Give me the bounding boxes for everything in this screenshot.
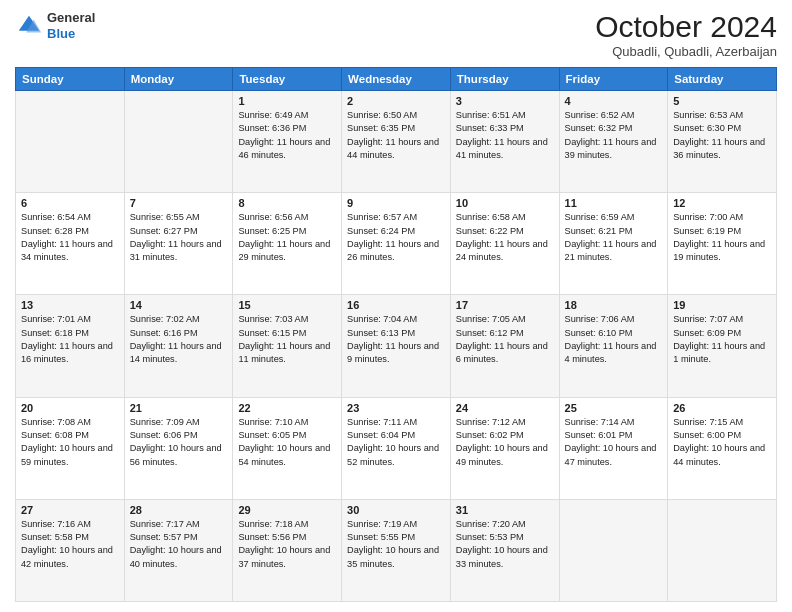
- day-number-5: 5: [673, 95, 771, 107]
- day-info-24: Sunrise: 7:12 AM Sunset: 6:02 PM Dayligh…: [456, 416, 554, 469]
- day-info-8: Sunrise: 6:56 AM Sunset: 6:25 PM Dayligh…: [238, 211, 336, 264]
- day-number-29: 29: [238, 504, 336, 516]
- day-number-12: 12: [673, 197, 771, 209]
- day-info-18: Sunrise: 7:06 AM Sunset: 6:10 PM Dayligh…: [565, 313, 663, 366]
- calendar-cell-0-6: 5Sunrise: 6:53 AM Sunset: 6:30 PM Daylig…: [668, 91, 777, 193]
- day-number-14: 14: [130, 299, 228, 311]
- header: General Blue October 2024 Qubadli, Qubad…: [15, 10, 777, 59]
- day-info-3: Sunrise: 6:51 AM Sunset: 6:33 PM Dayligh…: [456, 109, 554, 162]
- day-number-11: 11: [565, 197, 663, 209]
- day-number-7: 7: [130, 197, 228, 209]
- day-number-6: 6: [21, 197, 119, 209]
- month-title: October 2024: [595, 10, 777, 44]
- title-block: October 2024 Qubadli, Qubadli, Azerbaija…: [595, 10, 777, 59]
- calendar-cell-3-0: 20Sunrise: 7:08 AM Sunset: 6:08 PM Dayli…: [16, 397, 125, 499]
- calendar-cell-2-1: 14Sunrise: 7:02 AM Sunset: 6:16 PM Dayli…: [124, 295, 233, 397]
- day-number-8: 8: [238, 197, 336, 209]
- day-info-1: Sunrise: 6:49 AM Sunset: 6:36 PM Dayligh…: [238, 109, 336, 162]
- calendar-cell-0-4: 3Sunrise: 6:51 AM Sunset: 6:33 PM Daylig…: [450, 91, 559, 193]
- day-info-28: Sunrise: 7:17 AM Sunset: 5:57 PM Dayligh…: [130, 518, 228, 571]
- calendar-cell-2-6: 19Sunrise: 7:07 AM Sunset: 6:09 PM Dayli…: [668, 295, 777, 397]
- day-info-27: Sunrise: 7:16 AM Sunset: 5:58 PM Dayligh…: [21, 518, 119, 571]
- calendar-header-row: Sunday Monday Tuesday Wednesday Thursday…: [16, 68, 777, 91]
- day-info-16: Sunrise: 7:04 AM Sunset: 6:13 PM Dayligh…: [347, 313, 445, 366]
- day-number-28: 28: [130, 504, 228, 516]
- calendar-cell-2-2: 15Sunrise: 7:03 AM Sunset: 6:15 PM Dayli…: [233, 295, 342, 397]
- calendar-cell-4-5: [559, 499, 668, 601]
- day-info-4: Sunrise: 6:52 AM Sunset: 6:32 PM Dayligh…: [565, 109, 663, 162]
- location-title: Qubadli, Qubadli, Azerbaijan: [595, 44, 777, 59]
- day-number-21: 21: [130, 402, 228, 414]
- calendar-week-3: 13Sunrise: 7:01 AM Sunset: 6:18 PM Dayli…: [16, 295, 777, 397]
- day-info-25: Sunrise: 7:14 AM Sunset: 6:01 PM Dayligh…: [565, 416, 663, 469]
- calendar-week-2: 6Sunrise: 6:54 AM Sunset: 6:28 PM Daylig…: [16, 193, 777, 295]
- day-number-3: 3: [456, 95, 554, 107]
- day-number-10: 10: [456, 197, 554, 209]
- page: General Blue October 2024 Qubadli, Qubad…: [0, 0, 792, 612]
- calendar-cell-1-5: 11Sunrise: 6:59 AM Sunset: 6:21 PM Dayli…: [559, 193, 668, 295]
- calendar-week-1: 1Sunrise: 6:49 AM Sunset: 6:36 PM Daylig…: [16, 91, 777, 193]
- calendar-cell-4-2: 29Sunrise: 7:18 AM Sunset: 5:56 PM Dayli…: [233, 499, 342, 601]
- day-info-2: Sunrise: 6:50 AM Sunset: 6:35 PM Dayligh…: [347, 109, 445, 162]
- col-sunday: Sunday: [16, 68, 125, 91]
- logo-general: General: [47, 10, 95, 25]
- calendar-cell-2-5: 18Sunrise: 7:06 AM Sunset: 6:10 PM Dayli…: [559, 295, 668, 397]
- calendar-cell-2-3: 16Sunrise: 7:04 AM Sunset: 6:13 PM Dayli…: [342, 295, 451, 397]
- day-info-7: Sunrise: 6:55 AM Sunset: 6:27 PM Dayligh…: [130, 211, 228, 264]
- calendar-cell-2-4: 17Sunrise: 7:05 AM Sunset: 6:12 PM Dayli…: [450, 295, 559, 397]
- calendar-cell-3-5: 25Sunrise: 7:14 AM Sunset: 6:01 PM Dayli…: [559, 397, 668, 499]
- day-info-9: Sunrise: 6:57 AM Sunset: 6:24 PM Dayligh…: [347, 211, 445, 264]
- calendar-cell-4-1: 28Sunrise: 7:17 AM Sunset: 5:57 PM Dayli…: [124, 499, 233, 601]
- calendar-cell-3-6: 26Sunrise: 7:15 AM Sunset: 6:00 PM Dayli…: [668, 397, 777, 499]
- day-number-13: 13: [21, 299, 119, 311]
- col-tuesday: Tuesday: [233, 68, 342, 91]
- day-number-1: 1: [238, 95, 336, 107]
- calendar-cell-1-0: 6Sunrise: 6:54 AM Sunset: 6:28 PM Daylig…: [16, 193, 125, 295]
- logo: General Blue: [15, 10, 95, 41]
- day-number-4: 4: [565, 95, 663, 107]
- calendar-cell-0-1: [124, 91, 233, 193]
- col-thursday: Thursday: [450, 68, 559, 91]
- day-info-19: Sunrise: 7:07 AM Sunset: 6:09 PM Dayligh…: [673, 313, 771, 366]
- day-info-21: Sunrise: 7:09 AM Sunset: 6:06 PM Dayligh…: [130, 416, 228, 469]
- day-number-23: 23: [347, 402, 445, 414]
- calendar-cell-4-0: 27Sunrise: 7:16 AM Sunset: 5:58 PM Dayli…: [16, 499, 125, 601]
- day-info-11: Sunrise: 6:59 AM Sunset: 6:21 PM Dayligh…: [565, 211, 663, 264]
- day-info-29: Sunrise: 7:18 AM Sunset: 5:56 PM Dayligh…: [238, 518, 336, 571]
- calendar-cell-3-2: 22Sunrise: 7:10 AM Sunset: 6:05 PM Dayli…: [233, 397, 342, 499]
- day-number-20: 20: [21, 402, 119, 414]
- day-info-12: Sunrise: 7:00 AM Sunset: 6:19 PM Dayligh…: [673, 211, 771, 264]
- calendar-cell-0-2: 1Sunrise: 6:49 AM Sunset: 6:36 PM Daylig…: [233, 91, 342, 193]
- calendar-table: Sunday Monday Tuesday Wednesday Thursday…: [15, 67, 777, 602]
- calendar-cell-4-6: [668, 499, 777, 601]
- day-number-18: 18: [565, 299, 663, 311]
- col-friday: Friday: [559, 68, 668, 91]
- day-number-19: 19: [673, 299, 771, 311]
- col-wednesday: Wednesday: [342, 68, 451, 91]
- day-info-10: Sunrise: 6:58 AM Sunset: 6:22 PM Dayligh…: [456, 211, 554, 264]
- day-info-20: Sunrise: 7:08 AM Sunset: 6:08 PM Dayligh…: [21, 416, 119, 469]
- calendar-cell-4-4: 31Sunrise: 7:20 AM Sunset: 5:53 PM Dayli…: [450, 499, 559, 601]
- day-info-5: Sunrise: 6:53 AM Sunset: 6:30 PM Dayligh…: [673, 109, 771, 162]
- calendar-week-4: 20Sunrise: 7:08 AM Sunset: 6:08 PM Dayli…: [16, 397, 777, 499]
- day-number-15: 15: [238, 299, 336, 311]
- calendar-cell-0-0: [16, 91, 125, 193]
- logo-text: General Blue: [47, 10, 95, 41]
- day-number-31: 31: [456, 504, 554, 516]
- day-info-17: Sunrise: 7:05 AM Sunset: 6:12 PM Dayligh…: [456, 313, 554, 366]
- day-number-16: 16: [347, 299, 445, 311]
- day-info-15: Sunrise: 7:03 AM Sunset: 6:15 PM Dayligh…: [238, 313, 336, 366]
- day-number-27: 27: [21, 504, 119, 516]
- day-number-26: 26: [673, 402, 771, 414]
- day-info-13: Sunrise: 7:01 AM Sunset: 6:18 PM Dayligh…: [21, 313, 119, 366]
- calendar-cell-3-3: 23Sunrise: 7:11 AM Sunset: 6:04 PM Dayli…: [342, 397, 451, 499]
- day-info-6: Sunrise: 6:54 AM Sunset: 6:28 PM Dayligh…: [21, 211, 119, 264]
- calendar-cell-1-6: 12Sunrise: 7:00 AM Sunset: 6:19 PM Dayli…: [668, 193, 777, 295]
- day-info-26: Sunrise: 7:15 AM Sunset: 6:00 PM Dayligh…: [673, 416, 771, 469]
- calendar-cell-1-3: 9Sunrise: 6:57 AM Sunset: 6:24 PM Daylig…: [342, 193, 451, 295]
- calendar-cell-2-0: 13Sunrise: 7:01 AM Sunset: 6:18 PM Dayli…: [16, 295, 125, 397]
- calendar-cell-1-2: 8Sunrise: 6:56 AM Sunset: 6:25 PM Daylig…: [233, 193, 342, 295]
- calendar-cell-0-3: 2Sunrise: 6:50 AM Sunset: 6:35 PM Daylig…: [342, 91, 451, 193]
- col-saturday: Saturday: [668, 68, 777, 91]
- day-info-14: Sunrise: 7:02 AM Sunset: 6:16 PM Dayligh…: [130, 313, 228, 366]
